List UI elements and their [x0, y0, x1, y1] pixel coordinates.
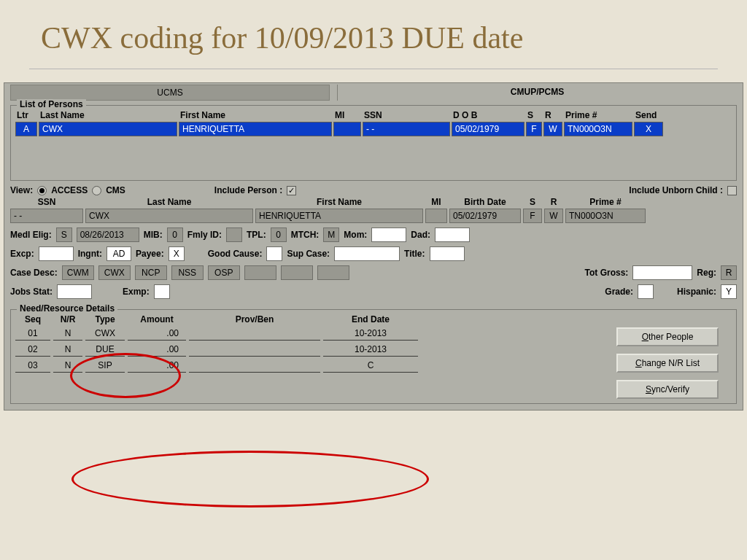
lbl-fmly: Fmly ID:	[187, 230, 222, 240]
fld-prime[interactable]: TN000O3N	[565, 209, 646, 223]
dh-first: First Name	[255, 197, 423, 207]
fld-grade[interactable]	[638, 284, 654, 299]
nr-legend: Need/Resource Details	[17, 303, 117, 314]
fld-ssn[interactable]: - -	[10, 209, 83, 223]
lbl-grade: Grade:	[605, 287, 633, 297]
fld-ingnt[interactable]: AD	[107, 246, 131, 261]
other-people-button[interactable]: Other People	[616, 327, 719, 346]
cell-mi	[333, 122, 361, 136]
lbl-mib: MIB:	[144, 230, 163, 240]
lbl-mom: Mom:	[344, 230, 367, 240]
nr-row[interactable]: 01 N CWX .00 10-2013	[15, 326, 609, 342]
cell-first: HENRIQUETTA	[179, 122, 332, 136]
fld-excp[interactable]	[39, 246, 74, 261]
lbl-tpl: TPL:	[247, 230, 266, 240]
divider	[29, 69, 718, 69]
tab-ucms[interactable]: UCMS	[10, 85, 330, 101]
fld-dad[interactable]	[435, 228, 470, 242]
dh-mi: MI	[425, 197, 447, 207]
row-case-desc: Case Desc: CWM CWX NCP NSS OSP Tot Gross…	[10, 265, 737, 280]
fld-cd8[interactable]	[317, 265, 349, 280]
hdr-r: R	[543, 110, 562, 120]
chk-include-person[interactable]: ✓	[287, 186, 296, 195]
nr-seq: 01	[15, 327, 50, 341]
nr-nr: N	[53, 359, 82, 373]
fld-fmly[interactable]	[226, 228, 242, 242]
lbl-tot-gross: Tot Gross:	[585, 268, 629, 278]
button-column: Other People Change N/R List Sync/Verify	[616, 313, 732, 399]
fld-sup-case[interactable]	[334, 246, 400, 261]
fld-cd1[interactable]: CWM	[62, 265, 94, 280]
radio-access-label: ACCESS	[51, 185, 88, 195]
fld-r[interactable]: W	[544, 209, 563, 223]
fld-title[interactable]	[430, 246, 465, 261]
nrh-end: End Date	[323, 314, 418, 324]
view-row: View: ACCESS CMS Include Person : ✓ Incl…	[10, 185, 737, 195]
lbl-medl-elig: Medl Elig:	[10, 230, 52, 240]
fld-cd5[interactable]: OSP	[208, 265, 240, 280]
radio-cms[interactable]	[92, 186, 101, 195]
lbl-title: Title:	[404, 249, 425, 259]
list-of-persons: List of Persons Ltr Last Name First Name…	[10, 105, 737, 181]
fld-dob[interactable]: 05/02/1979	[449, 209, 521, 223]
fld-first[interactable]: HENRIQUETTA	[255, 209, 423, 223]
nr-type: CWX	[85, 327, 125, 341]
need-resource-details: Need/Resource Details Seq N/R Type Amoun…	[10, 309, 737, 404]
fld-mtch[interactable]: M	[323, 228, 339, 242]
fld-mib[interactable]: 0	[167, 228, 183, 242]
fld-mom[interactable]	[371, 228, 406, 242]
lbl-good-cause: Good Cause:	[208, 249, 263, 259]
hdr-ssn: SSN	[363, 110, 450, 120]
nr-prov	[189, 359, 320, 373]
page-title: CWX coding for 10/09/2013 DUE date	[0, 0, 747, 69]
hdr-first: First Name	[179, 110, 332, 120]
cell-send: X	[634, 122, 663, 136]
fld-reg[interactable]: R	[721, 265, 737, 280]
cell-ltr: A	[15, 122, 37, 136]
fld-cd7[interactable]	[281, 265, 313, 280]
list-header: Ltr Last Name First Name MI SSN D O B S …	[15, 110, 732, 120]
fld-tpl[interactable]: 0	[271, 228, 287, 242]
lbl-jobs: Jobs Stat:	[10, 287, 53, 297]
hdr-ltr: Ltr	[15, 110, 37, 120]
include-person-label: Include Person :	[214, 185, 282, 195]
fld-mi[interactable]	[425, 209, 447, 223]
fld-medl-date[interactable]: 08/26/2013	[77, 228, 139, 242]
nr-amount: .00	[128, 343, 186, 357]
nr-prov	[189, 327, 320, 341]
fld-cd4[interactable]: NSS	[171, 265, 204, 280]
detail-values: - - CWX HENRIQUETTA 05/02/1979 F W TN000…	[10, 209, 737, 223]
fld-tot-gross[interactable]	[632, 265, 692, 280]
nr-nr: N	[53, 327, 82, 341]
nr-end: 10-2013	[323, 343, 418, 357]
change-nr-list-button[interactable]: Change N/R List	[616, 354, 719, 373]
hdr-send: Send	[634, 110, 663, 120]
radio-access[interactable]	[37, 186, 47, 195]
detail-headers: SSN Last Name First Name MI Birth Date S…	[10, 197, 737, 207]
fld-cd2[interactable]: CWX	[98, 265, 131, 280]
lbl-payee: Payee:	[136, 249, 164, 259]
nr-type: SIP	[85, 359, 125, 373]
fld-medl-elig[interactable]: S	[56, 228, 72, 242]
fld-jobs[interactable]	[57, 284, 92, 299]
dh-prime: Prime #	[565, 197, 646, 207]
fld-hisp[interactable]: Y	[721, 284, 737, 299]
lbl-mtch: MTCH:	[291, 230, 320, 240]
view-label: View:	[10, 185, 33, 195]
row-medl: Medl Elig: S 08/26/2013 MIB: 0 Fmly ID: …	[10, 228, 737, 242]
fld-payee[interactable]: X	[169, 246, 185, 261]
nr-row[interactable]: 02 N DUE .00 10-2013	[15, 342, 609, 358]
fld-last[interactable]: CWX	[85, 209, 253, 223]
fld-cd6[interactable]	[244, 265, 276, 280]
cell-ssn: - -	[363, 122, 450, 136]
tab-cmup-pcms[interactable]: CMUP/PCMS	[337, 85, 737, 101]
list-row[interactable]: A CWX HENRIQUETTA - - 05/02/1979 F W TN0…	[15, 122, 732, 136]
fld-s[interactable]: F	[523, 209, 542, 223]
fld-good-cause[interactable]	[266, 246, 282, 261]
fld-exmp[interactable]	[154, 284, 170, 299]
nr-row[interactable]: 03 N SIP .00 C	[15, 358, 609, 374]
nr-header: Seq N/R Type Amount Prov/Ben End Date	[15, 313, 609, 326]
chk-include-unborn[interactable]	[727, 186, 737, 195]
fld-cd3[interactable]: NCP	[135, 265, 167, 280]
sync-verify-button[interactable]: Sync/Verify	[616, 380, 719, 399]
